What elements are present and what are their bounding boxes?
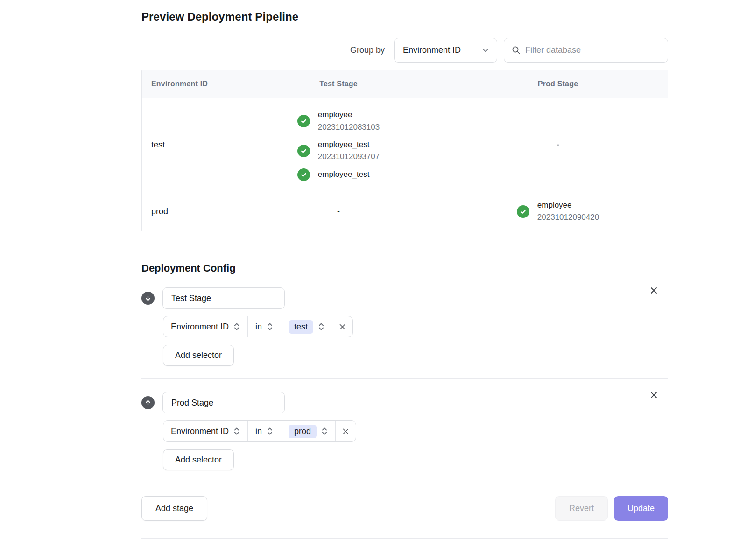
selector-operator-select[interactable]: in <box>247 316 281 337</box>
table-row: prod - employee 20231012090420 <box>142 192 668 231</box>
close-icon <box>649 391 658 399</box>
success-check-icon <box>297 145 310 157</box>
search-icon <box>512 46 521 55</box>
deployment-version: 20231012090420 <box>537 211 599 224</box>
add-selector-button[interactable]: Add selector <box>163 449 234 470</box>
deployment-pipeline-page: Preview Deployment Pipeline Group by Env… <box>141 0 668 539</box>
close-icon <box>342 427 350 435</box>
success-check-icon <box>297 168 310 181</box>
group-by-select[interactable]: Environment ID <box>394 38 497 63</box>
page-title: Preview Deployment Pipeline <box>141 10 668 23</box>
arrow-down-circle-icon <box>141 292 155 305</box>
selector-field-select[interactable]: Environment ID <box>163 421 247 441</box>
selector-field-select[interactable]: Environment ID <box>163 316 247 337</box>
updown-chevron-icon <box>233 322 240 331</box>
bottom-divider <box>141 538 668 539</box>
selector-operator-select[interactable]: in <box>247 421 281 441</box>
stage-name-input[interactable] <box>162 287 285 309</box>
footer-actions: Add stage Revert Update <box>141 496 668 521</box>
revert-button[interactable]: Revert <box>555 496 608 521</box>
deployment-item: employee_test 20231012093707 <box>297 139 380 163</box>
deployment-item: employee_test <box>297 168 380 181</box>
close-icon <box>338 323 346 331</box>
test-stage-empty-cell: - <box>229 207 448 217</box>
remove-selector-button[interactable] <box>335 421 356 441</box>
stage-config-test: Environment ID in test <box>141 274 668 366</box>
updown-chevron-icon <box>267 427 273 436</box>
selector-value-select[interactable]: prod <box>281 421 335 441</box>
selector-operator-value: in <box>255 427 262 436</box>
update-button[interactable]: Update <box>614 496 668 521</box>
column-header-prod-stage: Prod Stage <box>448 80 668 88</box>
deployment-version: 20231012093707 <box>318 151 380 163</box>
success-check-icon <box>517 205 529 218</box>
selector-rule: Environment ID in prod <box>163 420 356 442</box>
database-name: employee_test <box>318 168 370 181</box>
environment-id-cell: prod <box>142 207 229 217</box>
group-by-selected-value: Environment ID <box>403 45 461 55</box>
arrow-up-circle-icon <box>141 396 155 409</box>
filter-database-input[interactable] <box>525 45 660 55</box>
success-check-icon <box>297 115 310 127</box>
updown-chevron-icon <box>318 322 324 331</box>
selector-field-value: Environment ID <box>171 322 229 332</box>
database-name: employee <box>318 109 380 121</box>
updown-chevron-icon <box>233 427 240 436</box>
environment-id-cell: test <box>142 140 229 150</box>
test-stage-cell: employee 20231012083103 employee_test 20… <box>229 109 448 181</box>
column-header-environment-id: Environment ID <box>142 80 229 88</box>
updown-chevron-icon <box>267 322 273 331</box>
updown-chevron-icon <box>321 427 328 436</box>
add-selector-button[interactable]: Add selector <box>163 345 234 366</box>
deployment-item: employee 20231012083103 <box>297 109 380 133</box>
remove-stage-button[interactable] <box>648 285 659 296</box>
table-header-row: Environment ID Test Stage Prod Stage <box>142 70 668 98</box>
deployment-item: employee 20231012090420 <box>517 199 599 224</box>
filter-database-field <box>504 38 668 63</box>
table-row: test employee 20231012083103 <box>142 98 668 192</box>
stage-divider <box>141 483 668 483</box>
deployment-list: employee 20231012090420 <box>517 199 599 224</box>
selector-rule: Environment ID in test <box>163 316 353 337</box>
selector-operator-value: in <box>255 322 262 332</box>
database-name: employee_test <box>318 139 380 151</box>
close-icon <box>649 286 658 295</box>
database-name: employee <box>537 199 599 211</box>
stage-name-input[interactable] <box>162 392 285 413</box>
column-header-test-stage: Test Stage <box>229 80 448 88</box>
chevron-down-icon <box>482 47 489 54</box>
add-stage-button[interactable]: Add stage <box>141 496 207 521</box>
prod-stage-empty-cell: - <box>448 140 668 150</box>
selector-value-select[interactable]: test <box>281 316 332 337</box>
toolbar: Group by Environment ID <box>141 38 668 63</box>
remove-selector-button[interactable] <box>332 316 352 337</box>
deployment-version: 20231012083103 <box>318 121 380 133</box>
remove-stage-button[interactable] <box>648 389 659 400</box>
deployment-list: employee 20231012083103 employee_test 20… <box>297 109 380 181</box>
deployment-config-heading: Deployment Config <box>141 262 668 274</box>
stage-config-prod: Environment ID in prod <box>141 379 668 470</box>
prod-stage-cell: employee 20231012090420 <box>448 199 668 224</box>
pipeline-table: Environment ID Test Stage Prod Stage tes… <box>141 70 668 231</box>
group-by-label: Group by <box>350 45 385 55</box>
selector-field-value: Environment ID <box>171 427 229 436</box>
selector-value-badge: prod <box>289 425 317 438</box>
selector-value-badge: test <box>289 320 313 334</box>
